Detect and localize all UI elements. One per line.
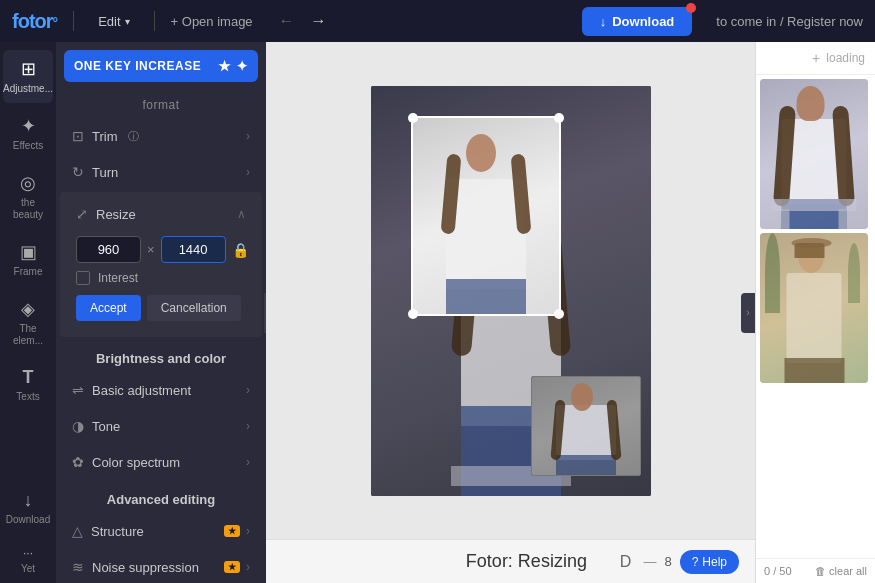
sidebar-item-adjustment[interactable]: ⊞ Adjustme... [3,50,53,103]
structure-pro-badge: ★ [224,525,240,537]
frame-icon: ▣ [20,241,37,263]
thumbnail-item-1[interactable] [760,79,868,229]
sidebar-item-yet[interactable]: ··· Yet [3,538,53,583]
noise-suppression-row-left: ≋ Noise suppression [72,559,199,575]
basic-adjustment-row-left: ⇌ Basic adjustment [72,382,191,398]
adjustment-icon: ⊞ [21,58,36,80]
tone-row[interactable]: ◑ Tone › [60,409,262,443]
star-icon: ★ [218,58,232,74]
download-label: Download [612,14,674,29]
loading-text: loading [826,51,865,65]
structure-row[interactable]: △ Structure ★ › [60,514,262,548]
resize-chevron-icon: ∧ [237,207,246,221]
beauty-icon: ◎ [20,172,36,194]
crop-handle-br[interactable] [554,309,564,319]
right-panel-expand-handle[interactable]: › [741,293,755,333]
sidebar-download-icon: ↓ [24,490,33,511]
turn-label: Turn [92,165,118,180]
zoom-out-button[interactable]: D [616,549,636,575]
structure-row-right: ★ › [224,524,250,538]
add-icon: + [812,50,820,66]
sidebar-item-label-download: Download [6,514,50,526]
advanced-section-header: Advanced editing [56,480,266,513]
canvas-title: Fotor: Resizing [449,551,604,572]
sidebar-item-label-effects: Effects [13,140,43,152]
texts-icon: T [23,367,34,388]
clear-all-button[interactable]: 🗑 clear all [815,565,867,577]
open-image-button[interactable]: + Open image [171,14,253,29]
panel-collapse-handle[interactable]: ‹ [264,293,266,333]
sidebar-item-texts[interactable]: T Texts [3,359,53,411]
one-key-label: ONE KEY INCREASE [74,59,201,73]
resize-header[interactable]: ⤢ Resize ∧ [68,200,254,228]
resize-section: ⤢ Resize ∧ × 🔒 Interest Accept Cancellat… [60,192,262,337]
tone-label: Tone [92,419,120,434]
right-panel-header: + loading [756,42,875,75]
zoom-value: 8 [664,554,671,569]
color-spectrum-icon: ✿ [72,454,84,470]
register-text: to come in / Register now [716,14,863,29]
noise-suppression-row[interactable]: ≋ Noise suppression ★ › [60,550,262,583]
structure-label: Structure [91,524,144,539]
sidebar-item-frame[interactable]: ▣ Frame [3,233,53,286]
basic-adjustment-icon: ⇌ [72,382,84,398]
noise-suppression-label: Noise suppression [92,560,199,575]
back-arrow[interactable]: ← [273,10,301,32]
tone-row-left: ◑ Tone [72,418,120,434]
format-section-header: format [56,90,266,118]
turn-chevron-icon: › [246,165,250,179]
basic-adjustment-row[interactable]: ⇌ Basic adjustment › [60,373,262,407]
times-symbol: × [147,242,155,257]
tools-panel: ONE KEY INCREASE ★ ✦ format ⊡ Trim ⓘ › ↻… [56,42,266,583]
trim-row[interactable]: ⊡ Trim ⓘ › [60,119,262,153]
turn-row[interactable]: ↻ Turn › [60,155,262,189]
one-key-increase-button[interactable]: ONE KEY INCREASE ★ ✦ [64,50,258,82]
color-spectrum-label: Color spectrum [92,455,180,470]
crop-handle-tr[interactable] [554,113,564,123]
edit-menu[interactable]: Edit ▾ [90,10,137,33]
interest-checkbox[interactable] [76,271,90,285]
sidebar-item-effects[interactable]: ✦ Effects [3,107,53,160]
help-button[interactable]: ? Help [680,550,739,574]
lock-icon: 🔒 [232,242,249,258]
canvas-content [266,42,755,539]
canvas-area: Fotor: Resizing D — 8 ? Help [266,42,755,583]
interest-label: Interest [98,271,138,285]
structure-chevron-icon: › [246,524,250,538]
edit-label: Edit [98,14,120,29]
crop-overlay[interactable] [411,116,561,316]
forward-arrow[interactable]: → [305,10,333,32]
turn-icon: ↻ [72,164,84,180]
icon-sidebar: ⊞ Adjustme... ✦ Effects ◎ the beauty ▣ F… [0,42,56,583]
color-spectrum-row-left: ✿ Color spectrum [72,454,180,470]
elements-icon: ◈ [21,298,35,320]
yet-icon: ··· [23,546,33,560]
sidebar-item-beauty[interactable]: ◎ the beauty [3,164,53,229]
main-layout: ⊞ Adjustme... ✦ Effects ◎ the beauty ▣ F… [0,42,875,583]
brightness-section-header: Brightness and color [56,339,266,372]
sidebar-item-download[interactable]: ↓ Download [3,482,53,534]
download-button[interactable]: ↓ Download [582,7,693,36]
structure-row-left: △ Structure [72,523,144,539]
crop-handle-tl[interactable] [408,113,418,123]
noise-suppression-icon: ≋ [72,559,84,575]
accept-button[interactable]: Accept [76,295,141,321]
trim-icon: ⊡ [72,128,84,144]
cancellation-button[interactable]: Cancellation [147,295,241,321]
sidebar-item-elements[interactable]: ◈ The elem... [3,290,53,355]
color-spectrum-row[interactable]: ✿ Color spectrum › [60,445,262,479]
trash-icon: 🗑 [815,565,826,577]
resize-icon: ⤢ [76,206,88,222]
crop-handle-bl[interactable] [408,309,418,319]
resize-height-input[interactable] [161,236,226,263]
resize-width-input[interactable] [76,236,141,263]
nav-arrows: ← → [273,10,333,32]
main-image [371,86,651,496]
thumbnail-item-2[interactable] [760,233,868,383]
nav-separator-1 [73,11,74,31]
nav-separator-2 [154,11,155,31]
edit-chevron-icon: ▾ [125,16,130,27]
structure-icon: △ [72,523,83,539]
open-image-label: + Open image [171,14,253,29]
tone-chevron-icon: › [246,419,250,433]
